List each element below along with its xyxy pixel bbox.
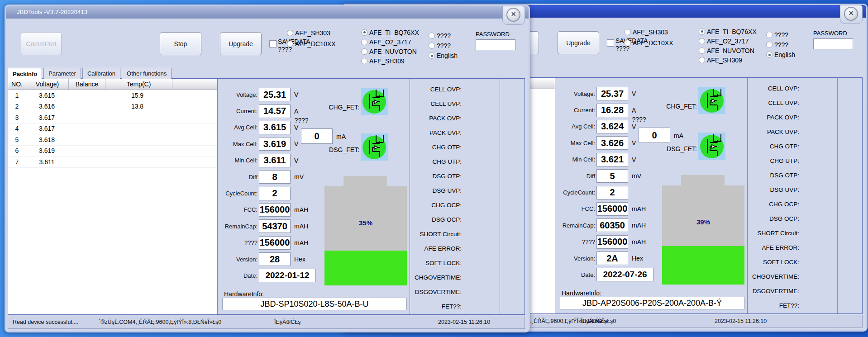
column-header-temp[interactable]: Temp(C)	[105, 79, 172, 90]
cell-balance	[68, 157, 104, 167]
close-button[interactable]: ✕	[844, 7, 858, 21]
tab[interactable]: Calibration	[82, 68, 120, 79]
protection-status-label: CHG OTP:	[414, 140, 462, 154]
protection-status-label: CELL OVP:	[751, 81, 799, 95]
field-value-input[interactable]: 28	[259, 252, 291, 266]
upgrade-button[interactable]: Upgrade	[220, 32, 262, 55]
afe-radio-option[interactable]: AFE_TI_BQ76XX	[361, 28, 419, 37]
field-value-input[interactable]: 60350	[596, 218, 628, 232]
protection-status-label: DSG UVP:	[751, 182, 799, 197]
radio-icon	[361, 29, 367, 36]
afe-radio-option[interactable]: AFE_NUVOTON	[361, 47, 419, 56]
protection-status-label: CHGOVERTIME:	[414, 270, 462, 285]
password-input[interactable]	[813, 38, 853, 49]
afe-radio-option[interactable]: AFE_NUVOTON	[699, 46, 757, 55]
language-radio-option[interactable]: ????	[429, 41, 458, 51]
field-value-input[interactable]: 2A	[596, 252, 628, 265]
field-label: Min Cell:	[555, 156, 595, 163]
field-value-input[interactable]: 25.37	[596, 87, 628, 100]
table-row[interactable]: 6 3.619	[8, 146, 217, 157]
afe-radio-option[interactable]: AFE_O2_3717	[699, 36, 757, 46]
statusbar-timestamp: 2023-02-15 11:26:10	[438, 319, 490, 325]
radio-label: ????	[437, 32, 451, 39]
field-value-input[interactable]: 2022-07-26	[596, 268, 653, 281]
table-row[interactable]: 5 3.618	[8, 134, 217, 146]
field-value-input[interactable]: 2	[596, 186, 628, 199]
radio-icon	[699, 57, 705, 63]
table-row[interactable]: 1 3.615 15.9	[8, 90, 217, 101]
field-value-input[interactable]: 3.626	[596, 136, 628, 150]
field-value-input[interactable]: 54370	[259, 219, 291, 233]
cell-balance	[68, 134, 104, 145]
titlebar[interactable]: JBDTools -V3.7-20220413	[6, 6, 529, 19]
field-value-input[interactable]: 156000	[596, 202, 628, 216]
hardwareinfo-input[interactable]: JBD-SP10S020-L8S-50A-B-U	[222, 298, 407, 310]
field-value-input[interactable]: 156000	[259, 236, 291, 250]
afe-radio-option[interactable]: AFE_SH303	[287, 28, 335, 38]
column-header-balance[interactable]: Balance	[69, 79, 105, 90]
close-button[interactable]: ✕	[506, 8, 520, 22]
field-value-input[interactable]: 2	[259, 187, 291, 200]
field-value-input[interactable]: 5	[596, 169, 628, 183]
tab[interactable]: Parameter	[43, 68, 81, 79]
field-value-input[interactable]: 16.28	[596, 104, 628, 117]
column-header-voltage[interactable]: Voltage)	[26, 79, 69, 90]
afe-radio-group-1: AFE_SH303 AFE_DC10XX	[625, 27, 673, 48]
protection-status-label: PACK OVP:	[414, 111, 462, 125]
afe-radio-option[interactable]: AFE_SH303	[625, 27, 673, 38]
table-row[interactable]: 3 3.617	[8, 112, 217, 123]
language-radio-option[interactable]: English	[429, 51, 458, 61]
afe-radio-option[interactable]: AFE_DC10XX	[625, 38, 673, 48]
language-radio-option[interactable]: ????	[766, 30, 795, 40]
afe-radio-option[interactable]: AFE_O2_3717	[361, 37, 419, 47]
afe-radio-option[interactable]: AFE_TI_BQ76XX	[699, 27, 757, 36]
savedata-checkbox[interactable]	[269, 40, 277, 47]
radio-icon	[625, 29, 631, 35]
hardwareinfo-input[interactable]: JBD-AP20S006-P20S-200A-200A-B-Ý	[560, 297, 744, 309]
radio-icon	[287, 41, 293, 47]
radio-label: AFE_O2_3717	[707, 38, 749, 45]
field-value-input[interactable]: 3.619	[259, 137, 291, 151]
tab[interactable]: PackInfo	[8, 68, 42, 80]
charge-current-input[interactable]: 0	[301, 128, 333, 144]
protection-status-label: DSG OTP:	[414, 169, 462, 183]
afe-radio-option[interactable]: AFE_SH309	[361, 56, 419, 66]
field-value-input[interactable]: 14.57	[259, 104, 291, 118]
field-value-input[interactable]: 2022-01-12	[259, 269, 316, 282]
cell-temp	[104, 112, 171, 123]
afe-radio-option[interactable]: AFE_DC10XX	[287, 38, 335, 49]
afe-radio-option[interactable]: AFE_SH309	[699, 55, 757, 65]
commport-button[interactable]: CommPort	[21, 32, 62, 55]
charge-current-input[interactable]: 0	[639, 128, 670, 143]
language-radio-option[interactable]: ????	[766, 40, 795, 50]
field-value-input[interactable]: 156000	[596, 235, 628, 249]
field-label: Version:	[555, 255, 595, 262]
upgrade-button[interactable]: Upgrade	[558, 31, 599, 54]
field-value-input[interactable]: 8	[259, 170, 291, 184]
radio-icon	[429, 33, 435, 39]
cell-temp: 15.9	[104, 90, 171, 101]
protection-status-label: CELL OVP:	[414, 82, 462, 96]
table-row[interactable]: 2 3.616 13.8	[8, 101, 217, 113]
savedata-checkbox[interactable]	[607, 39, 614, 47]
radio-icon	[429, 43, 435, 49]
protection-status-label: FET??:	[414, 299, 462, 313]
hardwareinfo-label: HardwareInfo:	[562, 290, 601, 297]
password-input[interactable]	[476, 39, 515, 50]
radio-label: AFE_SH309	[707, 57, 742, 64]
field-label: Max Cell:	[218, 141, 258, 147]
field-value-input[interactable]: 3.621	[596, 153, 628, 166]
language-radio-option[interactable]: English	[766, 50, 795, 60]
field-value-input[interactable]: 3.611	[259, 154, 291, 167]
column-header-no[interactable]: NO.	[8, 79, 26, 90]
stop-button[interactable]: Stop	[160, 32, 201, 55]
field-value-input[interactable]: 156000	[259, 203, 291, 217]
radio-label: AFE_NUVOTON	[369, 48, 417, 55]
table-row[interactable]: 7 3.611	[8, 157, 217, 168]
table-row[interactable]: 4 3.617	[8, 123, 217, 135]
tab[interactable]: Other functions	[122, 68, 172, 79]
field-unit: V	[294, 124, 298, 131]
radio-label: AFE_DC10XX	[633, 39, 673, 47]
language-radio-option[interactable]: ????	[429, 31, 458, 41]
field-value-input[interactable]: 25.31	[259, 88, 291, 101]
